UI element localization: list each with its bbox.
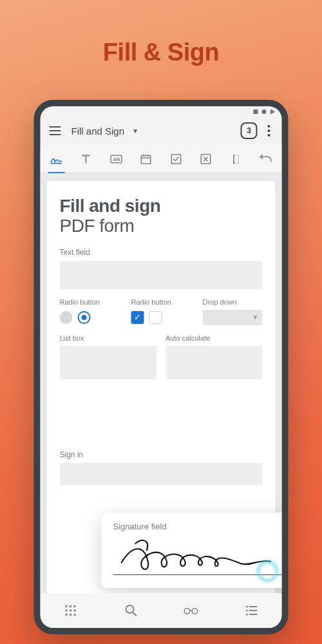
sign-in-label: Sign in bbox=[60, 450, 263, 459]
dropdown-label: Drop down bbox=[203, 298, 263, 306]
listbox-label: List box bbox=[60, 334, 157, 342]
svg-rect-11 bbox=[73, 605, 75, 607]
tool-bar: AB bbox=[41, 145, 282, 173]
checkbox-checked[interactable]: ✓ bbox=[131, 311, 144, 324]
svg-rect-9 bbox=[65, 605, 67, 607]
svg-point-21 bbox=[193, 609, 198, 614]
text-field-input[interactable] bbox=[60, 261, 263, 289]
title-bar: Fill and Sign ▾ 3 bbox=[41, 117, 282, 145]
svg-rect-16 bbox=[70, 614, 71, 616]
svg-point-20 bbox=[185, 609, 191, 614]
status-circle-icon bbox=[262, 109, 267, 114]
svg-line-19 bbox=[133, 612, 136, 616]
signature-canvas[interactable] bbox=[113, 536, 282, 575]
svg-rect-17 bbox=[73, 614, 75, 616]
svg-rect-13 bbox=[70, 610, 71, 612]
svg-point-24 bbox=[247, 611, 247, 611]
radio2-label: Radio button bbox=[131, 298, 191, 306]
chevron-down-icon[interactable]: ▾ bbox=[133, 126, 137, 135]
signature-card-label: Signature field bbox=[113, 522, 282, 531]
bracket-tool[interactable] bbox=[225, 148, 247, 170]
page-heading: Fill and sign PDF form bbox=[60, 196, 263, 236]
checkbox-unchecked[interactable] bbox=[149, 311, 162, 324]
title-label[interactable]: Fill and Sign bbox=[71, 126, 125, 137]
heading-bold: Fill and sign bbox=[60, 196, 161, 216]
radio-option-on[interactable] bbox=[78, 311, 91, 324]
radio1-label: Radio button bbox=[60, 298, 120, 306]
autocalc-input[interactable] bbox=[166, 346, 263, 379]
dropdown-input[interactable]: ▼ bbox=[203, 310, 263, 325]
status-bar bbox=[41, 106, 282, 117]
hamburger-icon[interactable] bbox=[47, 124, 64, 138]
undo-tool[interactable] bbox=[254, 148, 276, 170]
promo-title: Fill & Sign bbox=[0, 39, 322, 66]
document-area: Fill and sign PDF form Text field Radio … bbox=[41, 173, 282, 593]
phone-frame: Fill and Sign ▾ 3 AB bbox=[34, 100, 289, 634]
text-field-label: Text field bbox=[60, 248, 263, 257]
listbox-input[interactable] bbox=[60, 346, 157, 379]
date-tool[interactable] bbox=[135, 148, 157, 170]
phone-screen: Fill and Sign ▾ 3 AB bbox=[41, 106, 282, 628]
svg-point-22 bbox=[247, 607, 247, 607]
radio-option-off[interactable] bbox=[60, 311, 73, 324]
svg-text:AB: AB bbox=[113, 156, 120, 162]
grid-view-icon[interactable] bbox=[61, 601, 79, 620]
x-box-tool[interactable] bbox=[195, 148, 217, 170]
bottom-nav bbox=[41, 593, 282, 628]
sign-in-field[interactable] bbox=[60, 463, 263, 485]
heading-thin: PDF form bbox=[60, 216, 263, 236]
svg-rect-15 bbox=[65, 614, 67, 616]
search-icon[interactable] bbox=[122, 601, 140, 620]
svg-rect-3 bbox=[142, 155, 151, 164]
svg-point-18 bbox=[126, 605, 133, 613]
glasses-icon[interactable] bbox=[182, 601, 200, 620]
checkbox-tool[interactable] bbox=[165, 148, 187, 170]
autocalc-label: Auto calculate bbox=[166, 334, 263, 342]
kebab-menu-icon[interactable] bbox=[263, 122, 276, 139]
status-square-icon bbox=[254, 109, 258, 114]
text-tool[interactable] bbox=[75, 148, 97, 170]
outline-list-icon[interactable] bbox=[243, 601, 261, 620]
tabs-badge[interactable]: 3 bbox=[241, 122, 258, 139]
signature-card: Signature field bbox=[102, 513, 282, 588]
svg-rect-14 bbox=[73, 610, 75, 612]
svg-rect-10 bbox=[70, 605, 71, 607]
status-triangle-icon bbox=[270, 109, 275, 114]
text-box-tool[interactable]: AB bbox=[105, 148, 127, 170]
svg-rect-12 bbox=[65, 610, 67, 612]
svg-point-26 bbox=[247, 614, 247, 615]
signature-tool[interactable] bbox=[46, 148, 68, 170]
touch-ripple-icon bbox=[255, 558, 281, 584]
